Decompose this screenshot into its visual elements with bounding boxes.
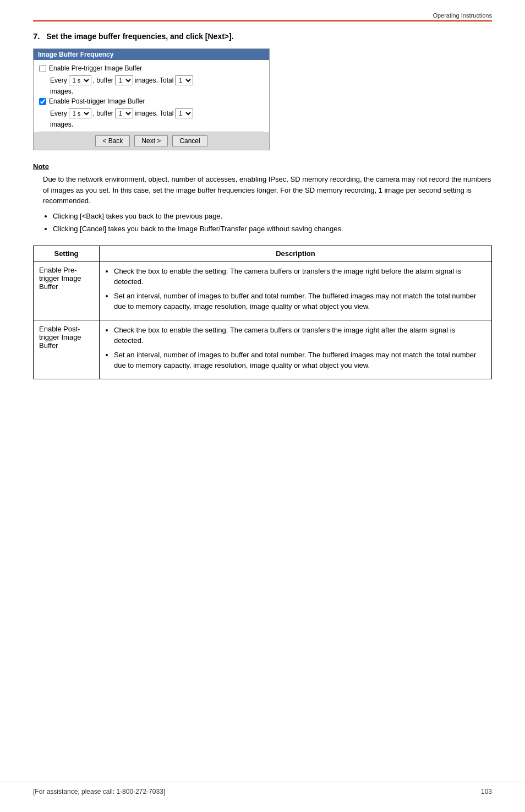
step-heading: 7. Set the image buffer frequencies, and…: [33, 31, 492, 41]
ibf-body: Enable Pre-trigger Image Buffer Every 1 …: [34, 60, 269, 132]
desc-pre-bullet-2: Set an interval, number of images to buf…: [114, 291, 486, 312]
setting-post-trigger: Enable Post-trigger Image Buffer: [34, 320, 100, 379]
back-button[interactable]: < Back: [95, 135, 130, 146]
post-images-label: images. Total: [135, 110, 173, 117]
desc-post-bullet-2: Set an interval, number of images to buf…: [114, 350, 486, 371]
ibf-title: Image Buffer Frequency: [34, 49, 269, 60]
table-header-row: Setting Description: [34, 246, 492, 261]
footer-text: [For assistance, please call: 1-800-272-…: [33, 788, 165, 795]
pre-images-suffix-row: images.: [39, 88, 264, 95]
desc-pre-trigger: Check the box to enable the setting. The…: [100, 261, 492, 320]
post-every-select[interactable]: 1 s: [69, 108, 91, 118]
bullet-item-1: Clicking [<Back] takes you back to the p…: [53, 211, 492, 222]
top-bar: Operating Instructions: [33, 11, 492, 21]
post-trigger-settings: Every 1 s , buffer 1 images. Total 1: [39, 108, 264, 118]
post-buffer-label: , buffer: [93, 110, 113, 117]
desc-post-bullet-1: Check the box to enable the setting. The…: [114, 325, 486, 346]
pre-every-select[interactable]: 1 s: [69, 75, 91, 85]
ibf-box: Image Buffer Frequency Enable Pre-trigge…: [33, 48, 270, 150]
step-text: Set the image buffer frequencies, and cl…: [46, 32, 233, 41]
pre-every-label: Every: [50, 77, 67, 84]
pre-trigger-checkbox[interactable]: [39, 65, 46, 72]
page-number: 103: [481, 788, 492, 795]
post-trigger-row: Enable Post-trigger Image Buffer: [39, 97, 264, 105]
description-table: Setting Description Enable Pre-trigger I…: [33, 246, 492, 379]
note-title: Note: [33, 162, 492, 171]
pre-trigger-label[interactable]: Enable Pre-trigger Image Buffer: [39, 64, 142, 72]
pre-images-suffix: images.: [50, 88, 73, 95]
col-setting: Setting: [34, 246, 100, 261]
post-trigger-label[interactable]: Enable Post-trigger Image Buffer: [39, 97, 145, 105]
page-container: Operating Instructions 7. Set the image …: [0, 0, 525, 812]
pre-trigger-label-text: Enable Pre-trigger Image Buffer: [49, 64, 142, 72]
post-every-label: Every: [50, 110, 67, 117]
cancel-button[interactable]: Cancel: [172, 135, 207, 146]
desc-post-trigger: Check the box to enable the setting. The…: [100, 320, 492, 379]
table-row: Enable Post-trigger Image Buffer Check t…: [34, 320, 492, 379]
col-description: Description: [100, 246, 492, 261]
header-label: Operating Instructions: [433, 12, 492, 19]
bullet-item-2: Clicking [Cancel] takes you back to the …: [53, 224, 492, 235]
post-images-suffix: images.: [50, 121, 73, 128]
pre-buffer-select[interactable]: 1: [115, 75, 133, 85]
pre-images-label: images. Total: [135, 77, 173, 84]
pre-buffer-label: , buffer: [93, 77, 113, 84]
desc-pre-bullet-1: Check the box to enable the setting. The…: [114, 266, 486, 287]
post-buffer-select[interactable]: 1: [115, 108, 133, 118]
post-total-select[interactable]: 1: [175, 108, 193, 118]
ibf-footer: < Back Next > Cancel: [34, 132, 269, 150]
next-button[interactable]: Next >: [134, 135, 168, 146]
note-body: Due to the network environment, object, …: [43, 174, 492, 206]
note-section: Note Due to the network environment, obj…: [33, 162, 492, 235]
pre-trigger-row: Enable Pre-trigger Image Buffer: [39, 64, 264, 72]
post-trigger-label-text: Enable Post-trigger Image Buffer: [49, 97, 145, 105]
pre-trigger-settings: Every 1 s , buffer 1 images. Total 1: [39, 75, 264, 85]
step-number: 7.: [33, 31, 40, 41]
footer-bar: [For assistance, please call: 1-800-272-…: [0, 782, 525, 795]
table-row: Enable Pre-trigger Image Buffer Check th…: [34, 261, 492, 320]
note-bullets: Clicking [<Back] takes you back to the p…: [53, 211, 492, 235]
post-trigger-checkbox[interactable]: [39, 98, 46, 105]
setting-pre-trigger: Enable Pre-trigger Image Buffer: [34, 261, 100, 320]
post-images-suffix-row: images.: [39, 121, 264, 128]
pre-total-select[interactable]: 1: [175, 75, 193, 85]
